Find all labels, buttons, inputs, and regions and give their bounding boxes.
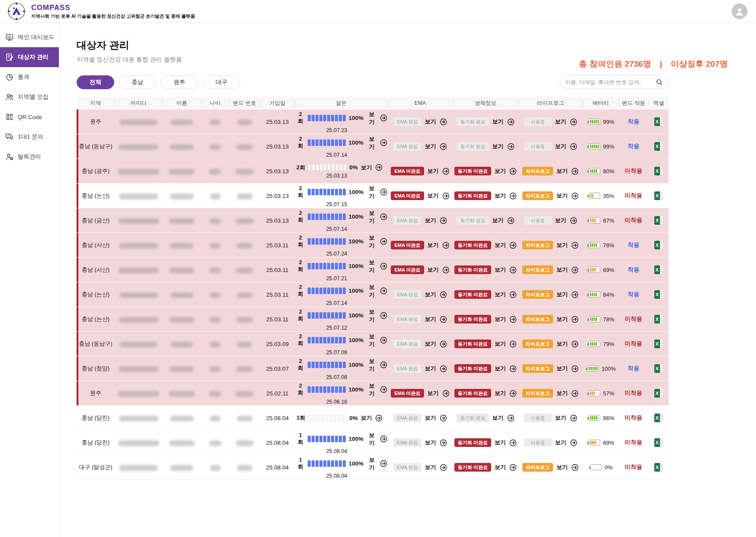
user-avatar[interactable] [732, 3, 747, 19]
filter-pill[interactable]: 전체 [77, 75, 114, 89]
arrow-circle-icon[interactable] [507, 118, 515, 126]
sidebar-item-edit-document[interactable]: 대상자 관리 [0, 47, 59, 67]
ema-view-button[interactable]: 보기 [428, 389, 439, 397]
arrow-circle-icon[interactable] [571, 316, 579, 323]
band-wear-status[interactable]: 착용 [628, 143, 640, 149]
arrow-circle-icon[interactable] [509, 464, 517, 471]
excel-download-icon[interactable]: X [654, 142, 663, 151]
arrow-circle-icon[interactable] [442, 390, 450, 397]
lifelog-view-button[interactable]: 보기 [555, 118, 566, 126]
excel-download-icon[interactable]: X [654, 463, 663, 472]
arrow-circle-icon[interactable] [440, 365, 447, 372]
excel-download-icon[interactable]: X [654, 364, 663, 373]
band-wear-status[interactable]: 착용 [628, 365, 640, 372]
ema-view-button[interactable]: 보기 [428, 241, 439, 249]
ema-view-button[interactable]: 보기 [428, 192, 439, 200]
arrow-circle-icon[interactable] [571, 464, 579, 471]
arrow-circle-icon[interactable] [380, 238, 387, 245]
excel-download-icon[interactable]: X [654, 438, 663, 447]
arrow-circle-icon[interactable] [509, 291, 517, 298]
sidebar-item-person-leave[interactable]: 탈퇴관리 [0, 147, 59, 167]
arrow-circle-icon[interactable] [570, 217, 577, 224]
arrow-circle-icon[interactable] [380, 262, 387, 270]
bio-view-button[interactable]: 보기 [495, 241, 506, 249]
bio-view-button[interactable]: 보기 [495, 439, 506, 446]
bio-view-button[interactable]: 보기 [495, 315, 506, 323]
sidebar-item-people[interactable]: 지역별 모집 [0, 87, 59, 107]
lifelog-view-button[interactable]: 보기 [555, 217, 566, 224]
survey-view-button[interactable]: 보기 [367, 184, 377, 200]
arrow-circle-icon[interactable] [440, 439, 447, 446]
arrow-circle-icon[interactable] [570, 439, 577, 446]
lifelog-view-button[interactable]: 보기 [557, 167, 568, 175]
bio-view-button[interactable]: 보기 [495, 192, 506, 200]
arrow-circle-icon[interactable] [509, 439, 517, 446]
arrow-circle-icon[interactable] [570, 143, 577, 150]
arrow-circle-icon[interactable] [509, 340, 517, 348]
filter-pill[interactable]: 충남 [119, 75, 156, 89]
arrow-circle-icon[interactable] [509, 242, 517, 249]
arrow-circle-icon[interactable] [440, 464, 447, 471]
arrow-circle-icon[interactable] [375, 414, 383, 422]
lifelog-view-button[interactable]: 보기 [557, 192, 568, 200]
arrow-circle-icon[interactable] [509, 390, 517, 397]
arrow-circle-icon[interactable] [571, 390, 579, 397]
bio-view-button[interactable]: 보기 [492, 142, 504, 150]
search-icon[interactable] [656, 78, 663, 86]
bio-view-button[interactable]: 보기 [495, 365, 506, 372]
arrow-circle-icon[interactable] [442, 192, 450, 200]
excel-download-icon[interactable]: X [654, 340, 663, 348]
arrow-circle-icon[interactable] [380, 287, 387, 294]
lifelog-view-button[interactable]: 보기 [557, 266, 568, 274]
arrow-circle-icon[interactable] [571, 242, 579, 249]
arrow-circle-icon[interactable] [509, 316, 517, 323]
arrow-circle-icon[interactable] [380, 188, 387, 196]
bio-view-button[interactable]: 보기 [495, 463, 506, 471]
arrow-circle-icon[interactable] [375, 164, 383, 171]
band-wear-status[interactable]: 착용 [628, 291, 640, 298]
arrow-circle-icon[interactable] [509, 365, 517, 372]
arrow-circle-icon[interactable] [380, 435, 387, 443]
arrow-circle-icon[interactable] [442, 168, 450, 175]
band-wear-status[interactable]: 미착용 [625, 390, 643, 396]
band-wear-status[interactable]: 미착용 [625, 414, 643, 421]
bio-view-button[interactable]: 보기 [492, 118, 504, 126]
arrow-circle-icon[interactable] [440, 217, 447, 224]
survey-view-button[interactable]: 보기 [367, 333, 377, 348]
arrow-circle-icon[interactable] [380, 139, 387, 146]
survey-view-button[interactable]: 보기 [367, 283, 377, 299]
excel-download-icon[interactable]: X [654, 290, 663, 299]
ema-view-button[interactable]: 보기 [425, 340, 436, 348]
lifelog-view-button[interactable]: 보기 [557, 389, 568, 397]
survey-view-button[interactable]: 보기 [367, 382, 377, 398]
arrow-circle-icon[interactable] [380, 114, 387, 122]
bio-view-button[interactable]: 보기 [495, 266, 506, 274]
arrow-circle-icon[interactable] [380, 361, 387, 369]
ema-view-button[interactable]: 보기 [428, 167, 439, 175]
lifelog-view-button[interactable]: 보기 [557, 241, 568, 249]
filter-pill[interactable]: 원주 [161, 75, 198, 89]
arrow-circle-icon[interactable] [380, 386, 387, 393]
arrow-circle-icon[interactable] [507, 217, 515, 224]
lifelog-view-button[interactable]: 보기 [557, 365, 568, 372]
sidebar-item-pie-chart[interactable]: 통계 [0, 67, 59, 87]
excel-download-icon[interactable]: X [654, 315, 663, 323]
search-input[interactable] [565, 79, 653, 85]
survey-view-button[interactable]: 보기 [367, 357, 377, 373]
band-wear-status[interactable]: 미착용 [625, 340, 643, 347]
ema-view-button[interactable]: 보기 [425, 142, 436, 150]
arrow-circle-icon[interactable] [570, 414, 577, 422]
arrow-circle-icon[interactable] [571, 365, 579, 372]
band-wear-status[interactable]: 미착용 [625, 217, 643, 223]
bio-view-button[interactable]: 보기 [492, 217, 504, 224]
band-wear-status[interactable]: 착용 [628, 118, 640, 125]
arrow-circle-icon[interactable] [509, 192, 517, 200]
sidebar-item-chat-question[interactable]: ?1대1 문의 [0, 127, 59, 147]
excel-download-icon[interactable]: X [654, 389, 663, 398]
band-wear-status[interactable]: 미착용 [625, 168, 643, 174]
lifelog-view-button[interactable]: 보기 [555, 414, 566, 422]
lifelog-view-button[interactable]: 보기 [557, 463, 568, 471]
band-wear-status[interactable]: 미착용 [625, 316, 643, 322]
survey-view-button[interactable]: 보기 [367, 431, 377, 447]
arrow-circle-icon[interactable] [440, 316, 447, 323]
